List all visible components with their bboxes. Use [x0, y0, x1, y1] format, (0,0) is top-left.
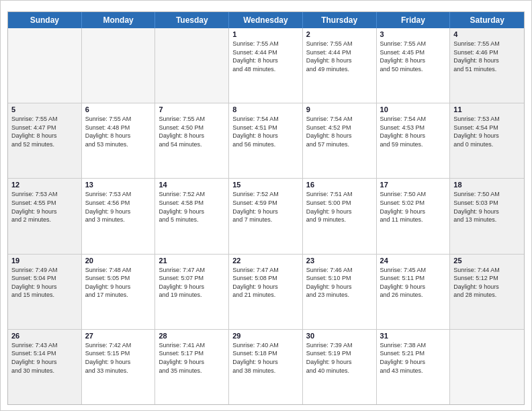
calendar-body: 1Sunrise: 7:55 AM Sunset: 4:44 PM Daylig… [8, 28, 524, 404]
cell-info: Sunrise: 7:44 AM Sunset: 5:12 PM Dayligh… [453, 266, 521, 300]
cal-cell: 8Sunrise: 7:54 AM Sunset: 4:51 PM Daylig… [229, 103, 303, 178]
cell-info: Sunrise: 7:52 AM Sunset: 4:58 PM Dayligh… [159, 190, 225, 224]
day-number: 17 [380, 181, 447, 189]
cal-row-4: 26Sunrise: 7:43 AM Sunset: 5:14 PM Dayli… [8, 330, 524, 404]
page: GeneralBlue SundayMondayTuesdayWednesday… [0, 0, 532, 411]
calendar: SundayMondayTuesdayWednesdayThursdayFrid… [7, 11, 525, 405]
cal-cell: 18Sunrise: 7:50 AM Sunset: 5:03 PM Dayli… [450, 179, 524, 253]
cell-info: Sunrise: 7:54 AM Sunset: 4:53 PM Dayligh… [380, 115, 447, 148]
day-number: 19 [11, 257, 78, 265]
day-number: 3 [380, 30, 447, 38]
weekday-header-thursday: Thursday [303, 12, 377, 28]
day-number: 21 [159, 257, 225, 265]
cal-cell: 17Sunrise: 7:50 AM Sunset: 5:02 PM Dayli… [377, 179, 451, 253]
day-number: 31 [380, 332, 447, 340]
day-number: 13 [85, 181, 152, 189]
cal-cell: 13Sunrise: 7:53 AM Sunset: 4:56 PM Dayli… [82, 179, 156, 253]
cell-info: Sunrise: 7:50 AM Sunset: 5:03 PM Dayligh… [453, 190, 521, 224]
day-number: 14 [159, 181, 225, 189]
cell-info: Sunrise: 7:55 AM Sunset: 4:48 PM Dayligh… [85, 115, 152, 148]
cal-cell: 10Sunrise: 7:54 AM Sunset: 4:53 PM Dayli… [377, 103, 451, 178]
cell-info: Sunrise: 7:51 AM Sunset: 5:00 PM Dayligh… [306, 190, 373, 224]
cell-info: Sunrise: 7:55 AM Sunset: 4:47 PM Dayligh… [11, 115, 78, 148]
cell-info: Sunrise: 7:55 AM Sunset: 4:44 PM Dayligh… [306, 40, 373, 73]
day-number: 5 [11, 105, 78, 113]
cell-info: Sunrise: 7:46 AM Sunset: 5:10 PM Dayligh… [306, 266, 373, 300]
cal-cell: 7Sunrise: 7:55 AM Sunset: 4:50 PM Daylig… [155, 103, 229, 178]
cell-info: Sunrise: 7:53 AM Sunset: 4:54 PM Dayligh… [453, 115, 521, 148]
cal-cell: 12Sunrise: 7:53 AM Sunset: 4:55 PM Dayli… [8, 179, 82, 253]
cal-cell: 24Sunrise: 7:45 AM Sunset: 5:11 PM Dayli… [377, 255, 451, 329]
weekday-header-friday: Friday [377, 12, 451, 28]
cell-info: Sunrise: 7:43 AM Sunset: 5:14 PM Dayligh… [11, 341, 78, 375]
day-number: 26 [11, 332, 78, 340]
day-number: 6 [85, 105, 152, 113]
cell-info: Sunrise: 7:54 AM Sunset: 4:51 PM Dayligh… [232, 115, 299, 148]
cell-info: Sunrise: 7:52 AM Sunset: 4:59 PM Dayligh… [232, 190, 299, 224]
day-number: 25 [453, 257, 521, 265]
cell-info: Sunrise: 7:42 AM Sunset: 5:15 PM Dayligh… [85, 341, 152, 375]
day-number: 12 [11, 181, 78, 189]
cell-info: Sunrise: 7:50 AM Sunset: 5:02 PM Dayligh… [380, 190, 447, 224]
cal-cell: 5Sunrise: 7:55 AM Sunset: 4:47 PM Daylig… [8, 103, 82, 178]
cal-cell [450, 330, 524, 404]
weekday-header-saturday: Saturday [450, 12, 524, 28]
cal-cell [155, 28, 229, 103]
calendar-header-row: SundayMondayTuesdayWednesdayThursdayFrid… [8, 12, 524, 28]
cal-cell: 6Sunrise: 7:55 AM Sunset: 4:48 PM Daylig… [82, 103, 156, 178]
cell-info: Sunrise: 7:55 AM Sunset: 4:50 PM Dayligh… [159, 115, 225, 148]
cal-cell: 21Sunrise: 7:47 AM Sunset: 5:07 PM Dayli… [155, 255, 229, 329]
day-number: 24 [380, 257, 447, 265]
cal-row-1: 5Sunrise: 7:55 AM Sunset: 4:47 PM Daylig… [8, 103, 524, 179]
cal-cell: 19Sunrise: 7:49 AM Sunset: 5:04 PM Dayli… [8, 255, 82, 329]
day-number: 27 [85, 332, 152, 340]
cal-cell [8, 28, 82, 103]
cal-cell: 3Sunrise: 7:55 AM Sunset: 4:45 PM Daylig… [377, 28, 451, 103]
day-number: 28 [159, 332, 225, 340]
cell-info: Sunrise: 7:47 AM Sunset: 5:07 PM Dayligh… [159, 266, 225, 300]
cal-cell: 23Sunrise: 7:46 AM Sunset: 5:10 PM Dayli… [303, 255, 377, 329]
day-number: 4 [453, 30, 521, 38]
cal-cell: 25Sunrise: 7:44 AM Sunset: 5:12 PM Dayli… [450, 255, 524, 329]
cal-cell: 11Sunrise: 7:53 AM Sunset: 4:54 PM Dayli… [450, 103, 524, 178]
cal-cell: 28Sunrise: 7:41 AM Sunset: 5:17 PM Dayli… [155, 330, 229, 404]
cell-info: Sunrise: 7:49 AM Sunset: 5:04 PM Dayligh… [11, 266, 78, 300]
cell-info: Sunrise: 7:53 AM Sunset: 4:56 PM Dayligh… [85, 190, 152, 224]
day-number: 7 [159, 105, 225, 113]
day-number: 30 [306, 332, 373, 340]
day-number: 16 [306, 181, 373, 189]
cal-cell: 15Sunrise: 7:52 AM Sunset: 4:59 PM Dayli… [229, 179, 303, 253]
cell-info: Sunrise: 7:54 AM Sunset: 4:52 PM Dayligh… [306, 115, 373, 148]
day-number: 22 [232, 257, 299, 265]
cell-info: Sunrise: 7:41 AM Sunset: 5:17 PM Dayligh… [159, 341, 225, 375]
cell-info: Sunrise: 7:40 AM Sunset: 5:18 PM Dayligh… [232, 341, 299, 375]
day-number: 15 [232, 181, 299, 189]
day-number: 18 [453, 181, 521, 189]
weekday-header-sunday: Sunday [8, 12, 82, 28]
cal-cell: 26Sunrise: 7:43 AM Sunset: 5:14 PM Dayli… [8, 330, 82, 404]
cal-cell: 16Sunrise: 7:51 AM Sunset: 5:00 PM Dayli… [303, 179, 377, 253]
cal-row-2: 12Sunrise: 7:53 AM Sunset: 4:55 PM Dayli… [8, 179, 524, 254]
cal-cell: 22Sunrise: 7:47 AM Sunset: 5:08 PM Dayli… [229, 255, 303, 329]
cell-info: Sunrise: 7:48 AM Sunset: 5:05 PM Dayligh… [85, 266, 152, 300]
cal-cell: 2Sunrise: 7:55 AM Sunset: 4:44 PM Daylig… [303, 28, 377, 103]
cal-cell: 31Sunrise: 7:38 AM Sunset: 5:21 PM Dayli… [377, 330, 451, 404]
cal-row-3: 19Sunrise: 7:49 AM Sunset: 5:04 PM Dayli… [8, 255, 524, 330]
day-number: 10 [380, 105, 447, 113]
weekday-header-monday: Monday [82, 12, 156, 28]
cal-row-0: 1Sunrise: 7:55 AM Sunset: 4:44 PM Daylig… [8, 28, 524, 103]
weekday-header-wednesday: Wednesday [229, 12, 303, 28]
cell-info: Sunrise: 7:53 AM Sunset: 4:55 PM Dayligh… [11, 190, 78, 224]
cal-cell: 20Sunrise: 7:48 AM Sunset: 5:05 PM Dayli… [82, 255, 156, 329]
header: GeneralBlue [1, 1, 531, 11]
cell-info: Sunrise: 7:38 AM Sunset: 5:21 PM Dayligh… [380, 341, 447, 375]
day-number: 11 [453, 105, 521, 113]
cell-info: Sunrise: 7:45 AM Sunset: 5:11 PM Dayligh… [380, 266, 447, 300]
cell-info: Sunrise: 7:47 AM Sunset: 5:08 PM Dayligh… [232, 266, 299, 300]
cell-info: Sunrise: 7:55 AM Sunset: 4:44 PM Dayligh… [232, 40, 299, 73]
cal-cell: 14Sunrise: 7:52 AM Sunset: 4:58 PM Dayli… [155, 179, 229, 253]
cal-cell: 9Sunrise: 7:54 AM Sunset: 4:52 PM Daylig… [303, 103, 377, 178]
cal-cell: 27Sunrise: 7:42 AM Sunset: 5:15 PM Dayli… [82, 330, 156, 404]
day-number: 29 [232, 332, 299, 340]
cal-cell: 4Sunrise: 7:55 AM Sunset: 4:46 PM Daylig… [450, 28, 524, 103]
